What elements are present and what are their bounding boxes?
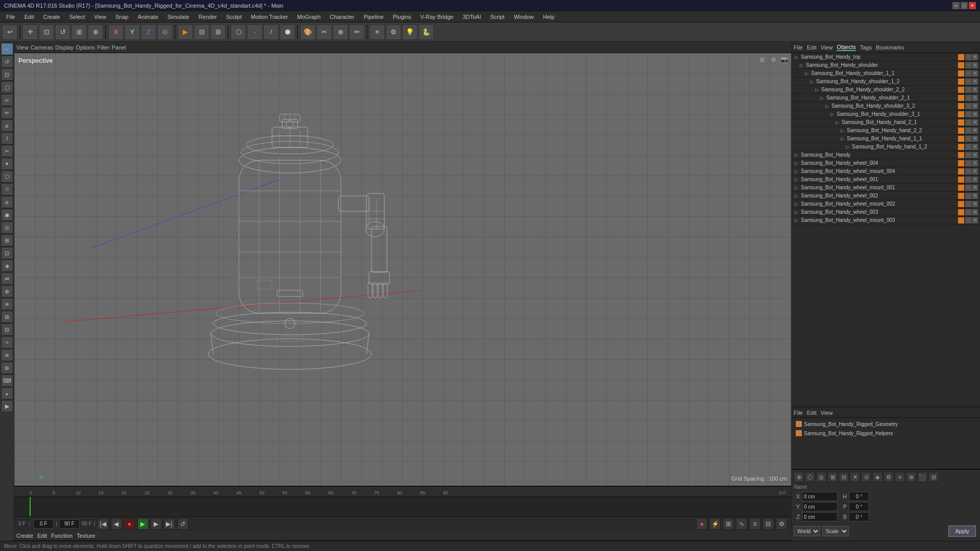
light-button[interactable]: 💡 (402, 24, 418, 40)
magnet-button[interactable]: ⊕ (333, 24, 348, 40)
menu-item-render[interactable]: Render (194, 13, 221, 21)
knife-button[interactable]: ✂ (316, 24, 332, 40)
object-visibility-button[interactable]: · (965, 177, 971, 183)
object-visibility-button[interactable]: · (965, 54, 971, 60)
spline-tool[interactable]: ⌇ (1, 132, 13, 144)
undo-button[interactable]: ↩ (2, 24, 17, 40)
menu-item-create[interactable]: Create (39, 13, 64, 21)
bridge-tool[interactable]: ⌀ (1, 196, 13, 208)
play-button[interactable]: ▶ (137, 518, 149, 530)
magnet-tool[interactable]: ✦ (1, 158, 13, 170)
menu-item-script[interactable]: Script (486, 13, 509, 21)
object-visibility-button[interactable]: · (965, 79, 971, 85)
layers-button[interactable]: ≡ (370, 24, 385, 40)
object-list-item[interactable]: ▷Samsung_Bot_Handy_shoulder_3_1····✕ (792, 110, 980, 118)
menu-item-help[interactable]: Help (539, 13, 559, 21)
viewport-tab-panel[interactable]: Panel (112, 44, 126, 51)
object-visibility-button[interactable]: · (965, 168, 971, 174)
select-all-button[interactable]: ⊞ (71, 24, 87, 40)
timeline-button[interactable]: ⊟ (763, 518, 774, 530)
coord-icon-10[interactable]: ≡ (895, 472, 905, 482)
texture-button[interactable]: 🎨 (300, 24, 315, 40)
object-visibility-button[interactable]: ✕ (972, 144, 978, 150)
relax-tool[interactable]: ≋ (1, 349, 13, 361)
material-item-helpers[interactable]: Samsung_Bot_Handy_Rigged_Helpers (794, 429, 978, 437)
object-list-item[interactable]: ▷Samsung_Bot_Handy_shoulder_2_2····✕ (792, 86, 980, 94)
om-tab-file[interactable]: File (794, 44, 803, 51)
om-tab-bookmarks[interactable]: Bookmarks (876, 44, 904, 51)
object-list-item[interactable]: ▷Samsung_Bot_Handy····✕ (792, 151, 980, 159)
poly-mode-button[interactable]: ⬢ (280, 24, 295, 40)
object-visibility-button[interactable]: · (965, 87, 971, 93)
object-list-item[interactable]: ▷Samsung_Bot_Handy_hand_2_1····✕ (792, 118, 980, 127)
close-button[interactable]: ✕ (969, 2, 976, 9)
x-input[interactable] (802, 492, 838, 501)
timeline-options-button[interactable]: ⚙ (776, 518, 787, 530)
coord-icon-5[interactable]: ⊟ (839, 472, 849, 482)
brush-button[interactable]: ✏ (349, 24, 364, 40)
knife-tool-left[interactable]: ✂ (1, 145, 13, 157)
object-visibility-button[interactable]: · (965, 70, 971, 77)
object-visibility-button[interactable]: ✕ (972, 209, 978, 215)
p-input[interactable] (849, 502, 869, 511)
object-list-item[interactable]: ▷Samsung_Bot_Handy_hand_1_1····✕ (792, 135, 980, 143)
object-visibility-button[interactable]: ✕ (972, 87, 978, 93)
coord-icon-3[interactable]: ◎ (816, 472, 826, 482)
timeline-track[interactable] (14, 497, 791, 516)
slide-tool[interactable]: ⇌ (1, 272, 13, 285)
object-visibility-button[interactable]: ✕ (972, 185, 978, 191)
object-list-item[interactable]: ▷Samsung_Bot_Handy_wheel_mount_004····✕ (792, 167, 980, 176)
timeline-playhead[interactable] (30, 497, 31, 516)
object-visibility-button[interactable]: · (965, 95, 971, 101)
transform-button[interactable]: ⊕ (88, 24, 103, 40)
autokey-button[interactable]: ⚡ (709, 518, 721, 530)
timeline-ruler[interactable]: 0 5 10 15 20 25 30 35 40 45 50 55 60 65 … (14, 487, 791, 497)
object-visibility-button[interactable]: · (965, 160, 971, 166)
bottom-tab-edit[interactable]: Edit (37, 533, 47, 539)
object-list-item[interactable]: ▷Samsung_Bot_Handy_wheel_001····✕ (792, 176, 980, 184)
apply-button[interactable]: Apply (948, 525, 976, 537)
object-list-item[interactable]: ▷Samsung_Bot_Handy_top····✕ (792, 53, 980, 61)
coord-icon-2[interactable]: ⬡ (805, 472, 815, 482)
smooth-tool[interactable]: ≈ (1, 336, 13, 348)
menu-item-character[interactable]: Character (326, 13, 358, 21)
move-tool-button[interactable]: ✛ (22, 24, 38, 40)
menu-item-window[interactable]: Window (510, 13, 538, 21)
menu-item-file[interactable]: File (2, 13, 19, 21)
select-tool[interactable]: ▢ (1, 81, 13, 93)
object-visibility-button[interactable]: ✕ (972, 217, 978, 223)
object-visibility-button[interactable]: ✕ (972, 168, 978, 174)
b-input[interactable] (849, 512, 869, 521)
y-input[interactable] (802, 502, 838, 511)
poly-pen-tool[interactable]: ⬡ (1, 170, 13, 183)
object-visibility-button[interactable]: ✕ (972, 136, 978, 142)
object-visibility-button[interactable]: ✕ (972, 70, 978, 77)
dissolve-tool[interactable]: ◎ (1, 221, 13, 234)
weld-tool[interactable]: ◉ (1, 209, 13, 221)
om-tab-tags[interactable]: Tags (860, 44, 872, 51)
render-active-button[interactable]: ⊞ (210, 24, 226, 40)
point-mode-button[interactable]: · (247, 24, 262, 40)
h-input[interactable] (849, 492, 869, 501)
menu-item-sculpt[interactable]: Sculpt (222, 13, 246, 21)
viewport-tab-view[interactable]: View (16, 44, 29, 51)
object-visibility-button[interactable]: ✕ (972, 103, 978, 109)
z-axis-button[interactable]: Z (141, 24, 156, 40)
z-input[interactable] (802, 512, 838, 521)
menu-item-pipeline[interactable]: Pipeline (359, 13, 387, 21)
coord-icon-11[interactable]: ⊛ (906, 472, 916, 482)
frame-start-input[interactable] (33, 519, 54, 529)
world-dropdown[interactable]: World (794, 526, 820, 536)
br-tab-view[interactable]: View (821, 410, 833, 416)
viewport-tab-display[interactable]: Display (55, 44, 74, 51)
sculpt-tool[interactable]: ⌀ (1, 119, 13, 132)
menu-item-animate[interactable]: Animate (134, 13, 162, 21)
menu-item-snap[interactable]: Snap (111, 13, 133, 21)
om-tab-view[interactable]: View (821, 44, 833, 51)
goto-end-button[interactable]: ▶| (164, 518, 175, 530)
coord-icon-4[interactable]: ⊞ (827, 472, 838, 482)
python-button[interactable]: 🐍 (419, 24, 434, 40)
step-back-button[interactable]: ◀ (111, 518, 122, 530)
mirror-tool[interactable]: ⊞ (1, 311, 13, 323)
rotate-tool-button[interactable]: ↺ (55, 24, 70, 40)
